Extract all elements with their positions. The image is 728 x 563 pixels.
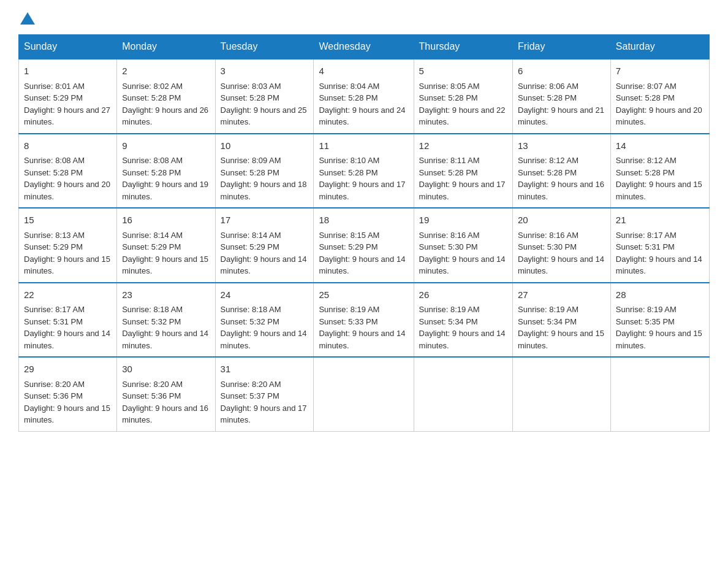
calendar-day-20: 20Sunrise: 8:16 AMSunset: 5:30 PMDayligh… (513, 208, 611, 283)
sunset-text: Sunset: 5:28 PM (518, 168, 577, 177)
calendar-week-4: 22Sunrise: 8:17 AMSunset: 5:31 PMDayligh… (19, 283, 710, 358)
daylight-text: Daylight: 9 hours and 14 minutes. (319, 329, 405, 350)
sunset-text: Sunset: 5:28 PM (221, 168, 279, 177)
sunset-text: Sunset: 5:37 PM (221, 391, 279, 400)
daylight-text: Daylight: 9 hours and 14 minutes. (616, 255, 702, 276)
day-number: 22 (24, 288, 112, 302)
calendar-day-15: 15Sunrise: 8:13 AMSunset: 5:29 PMDayligh… (19, 208, 117, 283)
daylight-text: Daylight: 9 hours and 17 minutes. (221, 404, 307, 425)
daylight-text: Daylight: 9 hours and 14 minutes. (518, 255, 604, 276)
day-number: 21 (616, 213, 704, 228)
calendar-day-17: 17Sunrise: 8:14 AMSunset: 5:29 PMDayligh… (215, 208, 314, 283)
calendar-empty-cell (610, 357, 709, 431)
sunrise-text: Sunrise: 8:17 AM (24, 305, 85, 314)
calendar-day-4: 4Sunrise: 8:04 AMSunset: 5:28 PMDaylight… (314, 59, 414, 134)
daylight-text: Daylight: 9 hours and 15 minutes. (616, 180, 702, 201)
calendar-day-10: 10Sunrise: 8:09 AMSunset: 5:28 PMDayligh… (215, 134, 314, 209)
day-number: 24 (221, 288, 309, 302)
sunset-text: Sunset: 5:34 PM (518, 317, 577, 326)
calendar-day-29: 29Sunrise: 8:20 AMSunset: 5:36 PMDayligh… (19, 357, 117, 431)
column-header-saturday: Saturday (610, 35, 709, 59)
daylight-text: Daylight: 9 hours and 15 minutes. (122, 255, 208, 276)
sunrise-text: Sunrise: 8:18 AM (221, 305, 281, 314)
sunrise-text: Sunrise: 8:14 AM (221, 231, 281, 240)
column-header-friday: Friday (513, 35, 611, 59)
sunset-text: Sunset: 5:36 PM (24, 391, 83, 400)
day-number: 7 (616, 64, 704, 79)
sunset-text: Sunset: 5:36 PM (122, 391, 181, 400)
calendar-day-23: 23Sunrise: 8:18 AMSunset: 5:32 PMDayligh… (117, 283, 215, 358)
sunrise-text: Sunrise: 8:03 AM (221, 82, 281, 91)
sunrise-text: Sunrise: 8:09 AM (221, 156, 281, 165)
calendar-day-24: 24Sunrise: 8:18 AMSunset: 5:32 PMDayligh… (215, 283, 314, 358)
day-number: 13 (518, 139, 605, 153)
sunrise-text: Sunrise: 8:17 AM (616, 231, 677, 240)
daylight-text: Daylight: 9 hours and 25 minutes. (221, 105, 307, 127)
sunrise-text: Sunrise: 8:07 AM (616, 82, 677, 91)
daylight-text: Daylight: 9 hours and 17 minutes. (419, 180, 506, 201)
daylight-text: Daylight: 9 hours and 20 minutes. (616, 105, 702, 127)
sunrise-text: Sunrise: 8:19 AM (518, 305, 578, 314)
calendar-week-1: 1Sunrise: 8:01 AMSunset: 5:29 PMDaylight… (19, 59, 710, 134)
day-number: 5 (419, 64, 507, 79)
day-number: 19 (419, 213, 507, 228)
calendar-table: SundayMondayTuesdayWednesdayThursdayFrid… (18, 34, 710, 432)
calendar-day-13: 13Sunrise: 8:12 AMSunset: 5:28 PMDayligh… (513, 134, 611, 209)
calendar-day-3: 3Sunrise: 8:03 AMSunset: 5:28 PMDaylight… (215, 59, 314, 134)
daylight-text: Daylight: 9 hours and 14 minutes. (24, 329, 110, 350)
sunset-text: Sunset: 5:28 PM (122, 168, 181, 177)
day-number: 28 (616, 288, 704, 302)
column-header-tuesday: Tuesday (215, 35, 314, 59)
calendar-day-22: 22Sunrise: 8:17 AMSunset: 5:31 PMDayligh… (19, 283, 117, 358)
sunrise-text: Sunrise: 8:10 AM (319, 156, 379, 165)
logo-triangle-icon (20, 12, 35, 25)
daylight-text: Daylight: 9 hours and 16 minutes. (518, 180, 604, 201)
calendar-day-18: 18Sunrise: 8:15 AMSunset: 5:29 PMDayligh… (314, 208, 414, 283)
sunrise-text: Sunrise: 8:05 AM (419, 82, 480, 91)
day-number: 29 (24, 362, 112, 377)
sunset-text: Sunset: 5:28 PM (24, 168, 83, 177)
calendar-day-2: 2Sunrise: 8:02 AMSunset: 5:28 PMDaylight… (117, 59, 215, 134)
calendar-day-21: 21Sunrise: 8:17 AMSunset: 5:31 PMDayligh… (610, 208, 709, 283)
day-number: 8 (24, 139, 112, 153)
sunset-text: Sunset: 5:29 PM (122, 242, 181, 251)
sunset-text: Sunset: 5:28 PM (616, 93, 675, 102)
sunrise-text: Sunrise: 8:04 AM (319, 82, 379, 91)
day-number: 31 (221, 362, 309, 377)
calendar-day-1: 1Sunrise: 8:01 AMSunset: 5:29 PMDaylight… (19, 59, 117, 134)
calendar-week-2: 8Sunrise: 8:08 AMSunset: 5:28 PMDaylight… (19, 134, 710, 209)
calendar-day-31: 31Sunrise: 8:20 AMSunset: 5:37 PMDayligh… (215, 357, 314, 431)
sunrise-text: Sunrise: 8:19 AM (419, 305, 480, 314)
calendar-day-26: 26Sunrise: 8:19 AMSunset: 5:34 PMDayligh… (414, 283, 512, 358)
calendar-day-8: 8Sunrise: 8:08 AMSunset: 5:28 PMDaylight… (19, 134, 117, 209)
calendar-week-3: 15Sunrise: 8:13 AMSunset: 5:29 PMDayligh… (19, 208, 710, 283)
calendar-day-16: 16Sunrise: 8:14 AMSunset: 5:29 PMDayligh… (117, 208, 215, 283)
day-number: 18 (319, 213, 408, 228)
sunset-text: Sunset: 5:31 PM (24, 317, 83, 326)
sunset-text: Sunset: 5:30 PM (518, 242, 577, 251)
day-number: 1 (24, 64, 112, 79)
calendar-day-11: 11Sunrise: 8:10 AMSunset: 5:28 PMDayligh… (314, 134, 414, 209)
daylight-text: Daylight: 9 hours and 18 minutes. (221, 180, 307, 201)
calendar-week-5: 29Sunrise: 8:20 AMSunset: 5:36 PMDayligh… (19, 357, 710, 431)
daylight-text: Daylight: 9 hours and 22 minutes. (419, 105, 506, 127)
daylight-text: Daylight: 9 hours and 24 minutes. (319, 105, 405, 127)
day-number: 27 (518, 288, 605, 302)
daylight-text: Daylight: 9 hours and 14 minutes. (221, 329, 307, 350)
day-number: 30 (122, 362, 210, 377)
day-number: 25 (319, 288, 408, 302)
sunrise-text: Sunrise: 8:20 AM (24, 380, 85, 389)
sunrise-text: Sunrise: 8:20 AM (221, 380, 281, 389)
sunset-text: Sunset: 5:28 PM (419, 168, 478, 177)
sunset-text: Sunset: 5:28 PM (221, 93, 279, 102)
sunset-text: Sunset: 5:28 PM (319, 93, 377, 102)
calendar-day-14: 14Sunrise: 8:12 AMSunset: 5:28 PMDayligh… (610, 134, 709, 209)
calendar-day-7: 7Sunrise: 8:07 AMSunset: 5:28 PMDaylight… (610, 59, 709, 134)
calendar-day-12: 12Sunrise: 8:11 AMSunset: 5:28 PMDayligh… (414, 134, 512, 209)
sunrise-text: Sunrise: 8:12 AM (616, 156, 677, 165)
day-number: 2 (122, 64, 210, 79)
calendar-empty-cell (513, 357, 611, 431)
daylight-text: Daylight: 9 hours and 14 minutes. (419, 255, 506, 276)
calendar-empty-cell (314, 357, 414, 431)
sunset-text: Sunset: 5:30 PM (419, 242, 478, 251)
